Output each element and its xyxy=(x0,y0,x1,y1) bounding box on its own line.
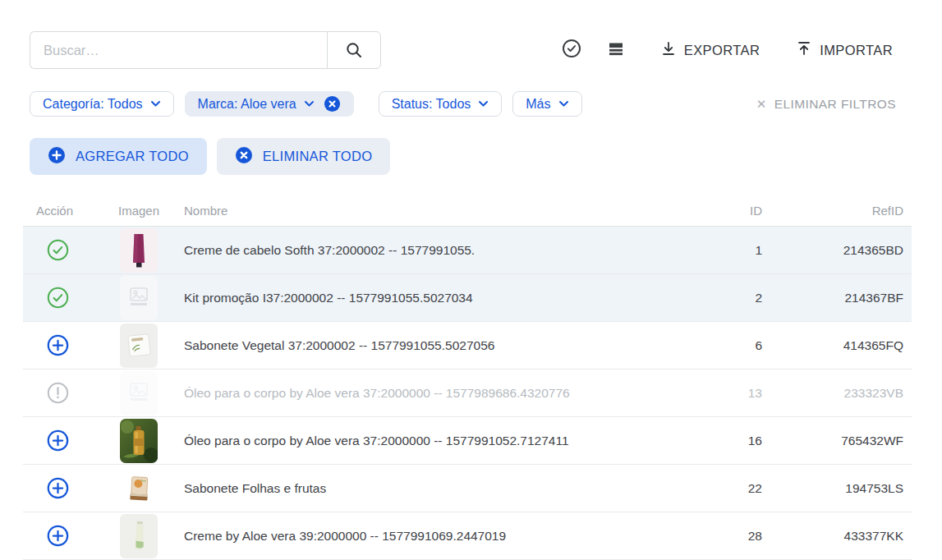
product-id: 28 xyxy=(683,529,762,544)
plus-circle-icon xyxy=(48,146,66,168)
table-row: Óleo para o corpo by Aloe vera 37:200000… xyxy=(23,370,912,417)
select-all-toggle[interactable] xyxy=(562,40,581,60)
add-all-label: AGREGAR TODO xyxy=(76,149,189,164)
product-name: Sabonete Folhas e frutas xyxy=(184,481,683,496)
filter-chip-label: Categoría: Todos xyxy=(43,97,143,112)
product-id: 2 xyxy=(683,291,762,305)
product-id: 6 xyxy=(683,338,762,353)
search-button[interactable] xyxy=(327,31,381,69)
product-thumbnail-purple-tube xyxy=(120,228,158,273)
filter-chip-categoria[interactable]: Categoría: Todos xyxy=(30,91,174,117)
filter-chip-marca[interactable]: Marca: Aloe vera xyxy=(185,91,354,117)
product-thumbnail-placeholder-faded xyxy=(120,371,158,415)
search-icon xyxy=(344,40,364,60)
products-table: Acción Imagen Nombre ID RefID Creme de c… xyxy=(23,195,912,560)
product-name: Óleo para o corpo by Aloe vera 37:200000… xyxy=(184,386,683,401)
upload-icon xyxy=(796,40,812,60)
product-name: Óleo para o corpo by Aloe vera 37:200000… xyxy=(184,434,683,448)
row-action-addable-button[interactable] xyxy=(47,334,69,356)
product-thumbnail-placeholder xyxy=(120,276,158,320)
header-id: ID xyxy=(683,204,762,218)
remove-filter-icon[interactable] xyxy=(324,95,341,112)
table-row: Creme by Aloe vera 39:2000000 -- 1577991… xyxy=(23,512,912,560)
remove-all-label: ELIMINAR TODO xyxy=(263,149,372,164)
row-action-addable-button[interactable] xyxy=(47,477,69,499)
product-refid: 414365FQ xyxy=(762,338,903,353)
product-thumbnail-amber-bottle xyxy=(120,419,158,463)
product-name: Creme de cabelo Softh 37:2000002 -- 1577… xyxy=(184,243,683,258)
add-all-button[interactable]: AGREGAR TODO xyxy=(30,138,207,175)
export-label: EXPORTAR xyxy=(684,43,760,58)
export-button[interactable]: EXPORTAR xyxy=(660,40,760,60)
header-name: Nombre xyxy=(184,204,683,218)
header-image: Imagen xyxy=(94,204,184,218)
chevron-down-icon xyxy=(150,100,161,108)
filter-chip-label: Marca: Aloe vera xyxy=(198,97,296,112)
product-thumbnail-soap-box xyxy=(120,466,158,511)
filter-chip-label: Más xyxy=(526,97,550,112)
clear-x-icon: ✕ xyxy=(756,97,767,112)
product-id: 13 xyxy=(683,386,762,401)
x-circle-icon xyxy=(235,146,253,168)
table-header: Acción Imagen Nombre ID RefID xyxy=(23,195,912,227)
filter-bar: Categoría: TodosMarca: Aloe veraStatus: … xyxy=(30,91,896,117)
top-toolbar: EXPORTAR IMPORTAR xyxy=(30,31,893,69)
row-action-added-button[interactable] xyxy=(47,239,69,261)
product-catalog-page: EXPORTAR IMPORTAR Categoría: TodosMarca:… xyxy=(0,31,942,560)
check-circle-icon xyxy=(562,39,581,62)
row-action-unavailable-button xyxy=(47,382,69,404)
product-name: Kit promoção I37:2000002 -- 1577991055.5… xyxy=(184,291,683,305)
list-bars-icon xyxy=(607,39,625,61)
product-refid: 433377KK xyxy=(762,529,903,544)
import-button[interactable]: IMPORTAR xyxy=(796,40,893,60)
filter-chip-mas[interactable]: Más xyxy=(512,91,581,117)
list-view-toggle[interactable] xyxy=(606,40,626,60)
product-refid: 765432WF xyxy=(762,434,903,448)
table-row: Sabonete Folhas e frutas22194753LS xyxy=(23,465,912,512)
product-name: Sabonete Vegetal 37:2000002 -- 157799105… xyxy=(184,338,683,353)
table-row: Óleo para o corpo by Aloe vera 37:200000… xyxy=(23,417,912,465)
toolbar-actions: EXPORTAR IMPORTAR xyxy=(562,40,893,60)
product-refid: 194753LS xyxy=(762,481,903,496)
filter-chip-status[interactable]: Status: Todos xyxy=(379,91,503,117)
header-refid: RefID xyxy=(762,204,903,218)
product-refid: 233323VB xyxy=(762,386,903,401)
table-row: Creme de cabelo Softh 37:2000002 -- 1577… xyxy=(23,227,912,274)
chevron-down-icon xyxy=(478,100,489,108)
row-action-addable-button[interactable] xyxy=(47,525,69,547)
chevron-down-icon xyxy=(558,100,569,108)
row-action-added-button[interactable] xyxy=(47,287,69,309)
filter-chip-label: Status: Todos xyxy=(392,97,471,112)
product-refid: 214367BF xyxy=(762,291,903,305)
product-name: Creme by Aloe vera 39:2000000 -- 1577991… xyxy=(184,529,683,544)
table-row: Kit promoção I37:2000002 -- 1577991055.5… xyxy=(23,274,912,322)
header-action: Acción xyxy=(36,204,94,218)
search-group xyxy=(30,31,381,69)
product-thumbnail-green-tube xyxy=(120,514,158,558)
bulk-actions: AGREGAR TODO ELIMINAR TODO xyxy=(30,138,942,175)
remove-all-button[interactable]: ELIMINAR TODO xyxy=(217,138,390,175)
product-id: 16 xyxy=(683,434,762,448)
chevron-down-icon xyxy=(304,100,315,108)
clear-filters-button[interactable]: ✕ ELIMINAR FILTROS xyxy=(756,97,896,112)
product-id: 1 xyxy=(683,243,762,258)
product-refid: 214365BD xyxy=(762,243,903,258)
product-id: 22 xyxy=(683,481,762,496)
row-action-addable-button[interactable] xyxy=(47,429,69,452)
clear-filters-label: ELIMINAR FILTROS xyxy=(774,97,896,112)
import-label: IMPORTAR xyxy=(820,43,893,58)
download-icon xyxy=(660,40,677,60)
search-input[interactable] xyxy=(30,31,327,69)
product-thumbnail-white-soap xyxy=(120,324,158,368)
table-row: Sabonete Vegetal 37:2000002 -- 157799105… xyxy=(23,322,912,370)
